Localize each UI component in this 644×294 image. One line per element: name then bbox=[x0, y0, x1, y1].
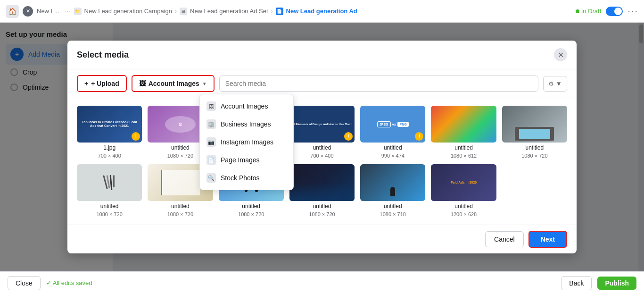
media-thumb-7 bbox=[502, 106, 567, 143]
media-item-11[interactable]: untitled 1080 × 720 bbox=[289, 164, 355, 217]
stock-photos-menu-icon: 🔍 bbox=[206, 173, 216, 183]
status-text: In Draft bbox=[581, 8, 602, 15]
media-item-7[interactable]: untitled 1080 × 720 bbox=[502, 106, 567, 159]
ad-icon: 📄 bbox=[276, 8, 283, 15]
breadcrumb-ad[interactable]: New Lead generation Ad bbox=[286, 8, 357, 15]
media-size-11: 1080 × 720 bbox=[309, 211, 335, 217]
media-item-12[interactable]: untitled 1080 × 718 bbox=[360, 164, 425, 217]
dropdown-item-account-images[interactable]: 🖼 Account Images bbox=[200, 97, 293, 115]
close-button[interactable]: Close bbox=[8, 276, 41, 290]
dropdown-item-business-images[interactable]: 🏢 Business Images bbox=[200, 115, 293, 133]
plus-icon: + bbox=[84, 80, 88, 87]
dropdown-page-images-label: Page Images bbox=[221, 156, 260, 164]
media-name-8: untitled bbox=[100, 203, 119, 210]
media-name-1: 1.jpg bbox=[103, 144, 116, 151]
media-size-7: 1080 × 720 bbox=[521, 153, 547, 159]
media-thumb-1: Top Ideas to Create Facebook Lead Ads th… bbox=[77, 106, 142, 143]
account-images-icon: 🖼 bbox=[139, 80, 146, 87]
dropdown-stock-photos-label: Stock Photos bbox=[221, 174, 260, 182]
cancel-button[interactable]: Cancel bbox=[485, 231, 524, 247]
breadcrumb-sep1: › bbox=[175, 8, 177, 15]
filter-button[interactable]: ⚙ ▼ bbox=[543, 76, 567, 92]
breadcrumb: 📁 New Lead generation Campaign › ⊞ New L… bbox=[74, 8, 357, 15]
filter-icon: ⚙ bbox=[548, 80, 554, 87]
media-size-5: 990 × 474 bbox=[381, 153, 405, 159]
account-images-dropdown-button[interactable]: 🖼 Account Images ▼ bbox=[132, 75, 215, 92]
media-size-10: 1080 × 720 bbox=[238, 211, 264, 217]
media-name-11: untitled bbox=[313, 203, 331, 210]
topbar: 🏠 ✕ New L... ··· 📁 New Lead generation C… bbox=[0, 0, 644, 23]
media-item-4[interactable]: 11 Elements of Design and How to Use The… bbox=[289, 106, 355, 159]
upload-label: + Upload bbox=[91, 80, 119, 87]
media-thumb-13: Paid Ads in 2020 bbox=[431, 164, 496, 201]
search-input[interactable] bbox=[219, 76, 538, 92]
breadcrumb-campaign[interactable]: New Lead generation Campaign bbox=[84, 8, 172, 15]
media-name-5: untitled bbox=[384, 144, 402, 151]
upload-button[interactable]: + + Upload bbox=[77, 75, 127, 92]
media-size-4: 700 × 400 bbox=[310, 153, 333, 159]
modal-close-button[interactable]: ✕ bbox=[554, 48, 567, 61]
status-dot bbox=[576, 9, 579, 13]
media-name-9: untitled bbox=[171, 203, 190, 210]
account-images-menu-icon: 🖼 bbox=[206, 101, 216, 111]
modal-title: Select media bbox=[77, 50, 129, 60]
media-size-1: 700 × 400 bbox=[98, 153, 121, 159]
media-name-13: untitled bbox=[454, 203, 473, 210]
dropdown-account-images-label: Account Images bbox=[221, 102, 268, 110]
media-name-7: untitled bbox=[526, 144, 544, 151]
dropdown-item-stock-photos[interactable]: 🔍 Stock Photos bbox=[200, 169, 293, 187]
dropdown-instagram-images-label: Instagram Images bbox=[221, 138, 273, 146]
bottom-bar: Close ✓ All edits saved Back Publish bbox=[0, 271, 644, 294]
media-size-6: 1080 × 612 bbox=[451, 153, 477, 159]
back-button[interactable]: Back bbox=[561, 276, 592, 290]
media-item-5[interactable]: JPEG vs PNG ! untitled 990 × 474 bbox=[360, 106, 425, 159]
instagram-images-menu-icon: 📷 bbox=[206, 137, 216, 147]
media-item-6[interactable]: untitled 1080 × 612 bbox=[431, 106, 496, 159]
media-item-8[interactable]: untitled 1080 × 720 bbox=[77, 164, 142, 217]
media-size-8: 1080 × 720 bbox=[96, 211, 122, 217]
account-images-dropdown-menu: 🖼 Account Images 🏢 Business Images 📷 Ins… bbox=[199, 94, 294, 190]
media-thumb-8 bbox=[77, 164, 142, 201]
dropdown-item-instagram-images[interactable]: 📷 Instagram Images bbox=[200, 133, 293, 151]
media-thumb-6 bbox=[431, 106, 496, 143]
media-name-10: untitled bbox=[242, 203, 260, 210]
media-item-13[interactable]: Paid Ads in 2020 untitled 1200 × 628 bbox=[431, 164, 496, 217]
media-name-12: untitled bbox=[384, 203, 402, 210]
saved-status: ✓ All edits saved bbox=[46, 279, 92, 286]
media-thumb-12 bbox=[360, 164, 425, 201]
media-size-13: 1200 × 628 bbox=[451, 211, 477, 217]
media-name-4: untitled bbox=[313, 144, 331, 151]
more-button[interactable]: ··· bbox=[627, 6, 638, 17]
chevron-down-icon: ▼ bbox=[202, 81, 207, 86]
dropdown-item-page-images[interactable]: 📄 Page Images bbox=[200, 151, 293, 169]
next-button[interactable]: Next bbox=[528, 231, 567, 248]
dropdown-business-images-label: Business Images bbox=[221, 120, 271, 128]
breadcrumb-adset[interactable]: New Lead generation Ad Set bbox=[190, 8, 268, 15]
account-images-label: Account Images bbox=[149, 80, 199, 87]
home-button[interactable]: 🏠 bbox=[6, 5, 19, 18]
filter-chevron: ▼ bbox=[556, 80, 562, 87]
media-size-9: 1080 × 720 bbox=[167, 211, 193, 217]
media-thumb-5: JPEG vs PNG ! bbox=[360, 106, 425, 143]
modal-toolbar: + + Upload 🖼 Account Images ▼ ⚙ ▼ 🖼 Acco… bbox=[67, 69, 577, 98]
publish-button[interactable]: Publish bbox=[597, 277, 636, 290]
campaign-icon: 📁 bbox=[74, 8, 82, 15]
close-tab-button[interactable]: ✕ bbox=[23, 6, 33, 17]
more-icon: ··· bbox=[65, 8, 70, 15]
modal-footer: Cancel Next bbox=[67, 225, 577, 253]
new-label: New L... bbox=[37, 8, 59, 15]
media-name-6: untitled bbox=[454, 144, 473, 151]
media-grid: Top Ideas to Create Facebook Lead Ads th… bbox=[77, 106, 567, 217]
modal-overlay: Select media ✕ + + Upload 🖼 Account Imag… bbox=[0, 23, 644, 271]
select-media-modal: Select media ✕ + + Upload 🖼 Account Imag… bbox=[67, 41, 577, 253]
modal-header: Select media ✕ bbox=[67, 41, 577, 69]
business-images-menu-icon: 🏢 bbox=[206, 119, 216, 129]
breadcrumb-sep2: › bbox=[271, 8, 273, 15]
page-images-menu-icon: 📄 bbox=[206, 155, 216, 165]
in-draft-badge: In Draft bbox=[576, 8, 602, 15]
toggle-button[interactable] bbox=[606, 7, 623, 16]
media-item-1[interactable]: Top Ideas to Create Facebook Lead Ads th… bbox=[77, 106, 142, 159]
media-thumb-4: 11 Elements of Design and How to Use The… bbox=[289, 106, 355, 143]
media-thumb-11 bbox=[289, 164, 355, 201]
topbar-right: In Draft ··· bbox=[576, 6, 638, 17]
